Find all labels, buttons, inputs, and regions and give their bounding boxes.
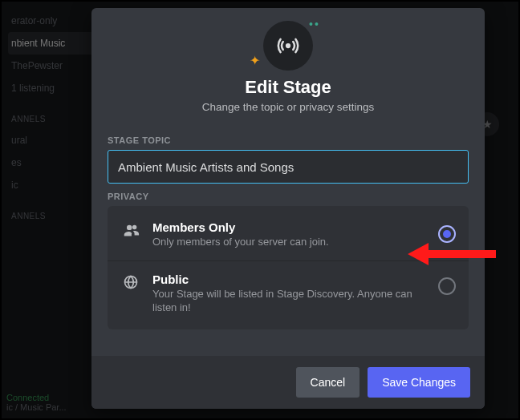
privacy-option-members-only[interactable]: Members Only Only members of your server… (108, 209, 469, 260)
privacy-option-public[interactable]: Public Your Stage will be listed in Stag… (108, 260, 469, 326)
option-desc: Your Stage will be listed in Stage Disco… (152, 288, 427, 315)
save-changes-button[interactable]: Save Changes (368, 367, 470, 398)
cancel-button[interactable]: Cancel (296, 367, 360, 398)
option-title: Members Only (152, 220, 427, 234)
members-icon (120, 220, 141, 240)
option-desc: Only members of your server can join. (152, 236, 427, 249)
sparkle-icon: ✦ (250, 53, 260, 68)
stage-icon (263, 21, 313, 71)
modal-title: Edit Stage (108, 77, 469, 98)
radio-unselected[interactable] (438, 277, 456, 295)
option-title: Public (152, 273, 427, 286)
privacy-options: Members Only Only members of your server… (108, 206, 469, 329)
globe-icon (120, 273, 141, 290)
svg-point-0 (286, 43, 290, 48)
modal-subtitle: Change the topic or privacy settings (108, 101, 469, 113)
stage-topic-input[interactable] (108, 150, 469, 184)
sparkle-dots-icon: •• (309, 18, 320, 30)
privacy-label: PRIVACY (108, 192, 469, 201)
radio-selected[interactable] (438, 225, 456, 243)
stage-topic-label: STAGE TOPIC (108, 135, 469, 145)
edit-stage-modal: •• ✦ Edit Stage Change the topic or priv… (91, 8, 485, 409)
